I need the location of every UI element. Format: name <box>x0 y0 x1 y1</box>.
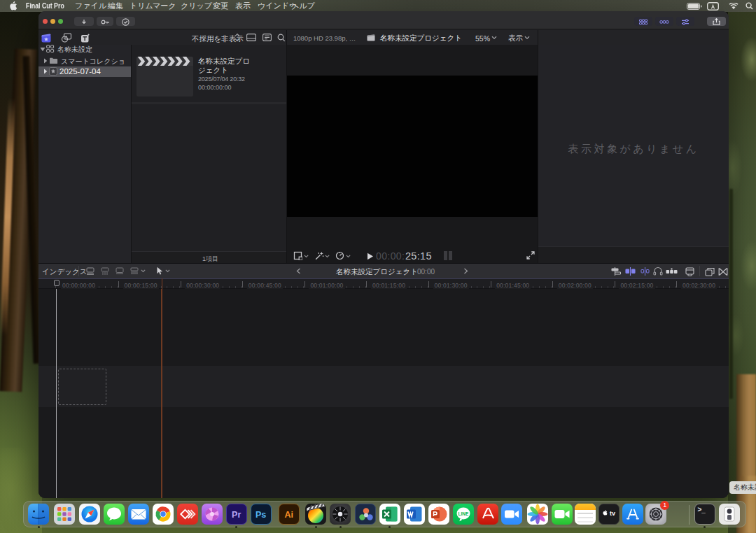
svg-text:LINE: LINE <box>458 511 468 516</box>
svg-text:tv: tv <box>610 510 615 517</box>
